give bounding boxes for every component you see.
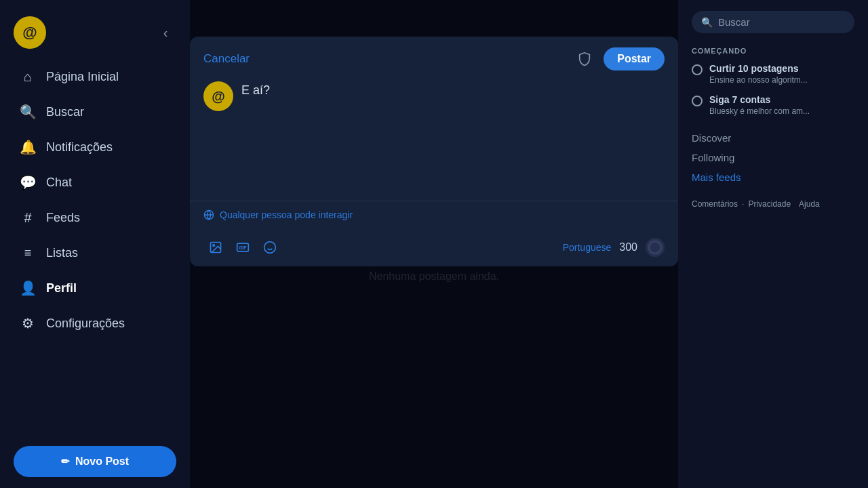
compose-area: E aí? [241, 81, 665, 190]
home-icon: ⌂ [19, 68, 37, 85]
compose-input[interactable]: E aí? [241, 81, 665, 163]
svg-point-8 [649, 241, 661, 253]
sidebar: @ ‹ ⌂ Página Inicial 🔍 Buscar 🔔 Notifica… [0, 0, 190, 488]
getting-started-title: COMEÇANDO [692, 47, 854, 55]
footer-link-help[interactable]: Ajuda [799, 199, 820, 211]
footer-links: Comentários · Privacidade Ajuda [692, 199, 854, 211]
main-content: Nenhuma postagem ainda. Cancelar Postar … [190, 0, 678, 488]
interaction-row: Qualquer pessoa pode interagir [190, 201, 678, 228]
gs-item-likes[interactable]: Curtir 10 postagens Ensine ao nosso algo… [692, 63, 854, 85]
gif-button[interactable]: GIF [231, 235, 255, 260]
footer-link-comments[interactable]: Comentários [692, 199, 738, 211]
sidebar-nav: ⌂ Página Inicial 🔍 Buscar 🔔 Notificações… [0, 60, 190, 435]
gs-main-likes: Curtir 10 postagens [709, 63, 808, 74]
emoji-button[interactable] [258, 235, 282, 260]
interaction-setting[interactable]: Qualquer pessoa pode interagir [203, 209, 665, 220]
sidebar-item-notifications[interactable]: 🔔 Notificações [8, 130, 182, 164]
sidebar-label-profile: Perfil [46, 281, 77, 296]
bell-icon: 🔔 [19, 138, 37, 156]
gs-sub-likes: Ensine ao nosso algoritm... [709, 75, 808, 85]
avatar[interactable]: @ [14, 16, 46, 49]
feed-item-discover[interactable]: Discover [692, 132, 854, 144]
gs-item-follow[interactable]: Siga 7 contas Bluesky é melhor com am... [692, 94, 854, 116]
sidebar-item-feeds[interactable]: # Feeds [8, 201, 182, 235]
composer-avatar: @ [203, 81, 233, 111]
image-button[interactable] [203, 235, 228, 260]
compose-modal: Cancelar Postar @ E aí? [190, 37, 678, 266]
right-panel: 🔍 Buscar COMEÇANDO Curtir 10 postagens E… [678, 0, 868, 488]
modal-toolbar: GIF Portuguese 300 [190, 228, 678, 266]
svg-point-5 [264, 242, 276, 253]
feeds-section: Discover Following Mais feeds [692, 132, 854, 183]
sidebar-item-settings[interactable]: ⚙ Configurações [8, 306, 182, 340]
lists-icon: ≡ [19, 244, 37, 262]
check-icon-2 [692, 96, 703, 106]
modal-body: @ E aí? [190, 81, 678, 201]
progress-indicator [646, 238, 665, 257]
modal-actions: Postar [574, 47, 665, 70]
feeds-icon: # [19, 209, 37, 226]
chat-icon: 💬 [19, 174, 37, 191]
new-post-button[interactable]: ✏ Novo Post [14, 446, 176, 477]
interaction-label: Qualquer pessoa pode interagir [220, 209, 353, 220]
edit-icon: ✏ [61, 455, 70, 468]
check-icon [692, 64, 703, 75]
sidebar-label-chat: Chat [46, 176, 72, 190]
search-bar[interactable]: 🔍 Buscar [692, 11, 854, 33]
profile-icon: 👤 [19, 279, 37, 297]
sidebar-item-home[interactable]: ⌂ Página Inicial [8, 60, 182, 94]
sidebar-label-settings: Configurações [46, 317, 125, 331]
svg-point-2 [213, 245, 215, 247]
sidebar-item-chat[interactable]: 💬 Chat [8, 165, 182, 199]
back-button[interactable]: ‹ [155, 22, 176, 43]
search-icon: 🔍 [701, 17, 713, 28]
gs-sub-follow: Bluesky é melhor com am... [709, 106, 810, 116]
gs-main-follow: Siga 7 contas [709, 94, 810, 105]
modal-header: Cancelar Postar [190, 37, 678, 81]
language-button[interactable]: Portuguese [563, 242, 612, 253]
cancel-button[interactable]: Cancelar [203, 52, 250, 66]
shield-icon[interactable] [574, 48, 595, 70]
settings-icon: ⚙ [19, 314, 37, 332]
sidebar-item-search[interactable]: 🔍 Buscar [8, 95, 182, 129]
search-icon: 🔍 [19, 103, 37, 121]
feed-item-more[interactable]: Mais feeds [692, 171, 854, 183]
sidebar-label-home: Página Inicial [46, 70, 119, 84]
sidebar-label-notifications: Notificações [46, 140, 113, 155]
feed-item-following[interactable]: Following [692, 152, 854, 163]
post-button[interactable]: Postar [604, 47, 665, 70]
sidebar-item-lists[interactable]: ≡ Listas [8, 236, 182, 270]
char-count: 300 [619, 241, 637, 253]
footer-link-privacy[interactable]: Privacidade [748, 199, 791, 211]
svg-text:GIF: GIF [239, 245, 246, 250]
search-placeholder: Buscar [718, 16, 750, 28]
sidebar-label-lists: Listas [46, 246, 78, 260]
sidebar-label-search: Buscar [46, 105, 84, 119]
sidebar-label-feeds: Feeds [46, 211, 80, 225]
sidebar-item-profile[interactable]: 👤 Perfil [8, 271, 182, 305]
sidebar-header: @ ‹ [0, 11, 190, 60]
toolbar-right: Portuguese 300 [563, 238, 665, 257]
